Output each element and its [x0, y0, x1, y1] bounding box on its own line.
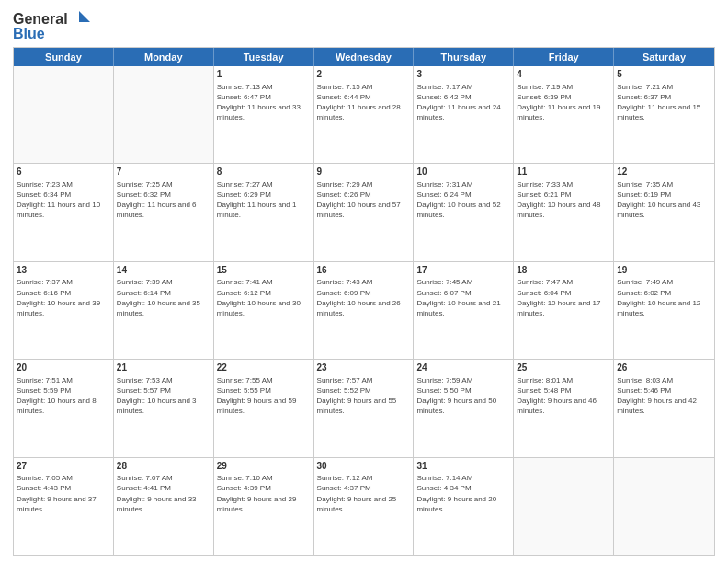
- week-row-5: 27Sunrise: 7:05 AM Sunset: 4:43 PM Dayli…: [14, 458, 714, 555]
- logo: GeneralBlue: [13, 9, 96, 41]
- day-cell: 4Sunrise: 7:19 AM Sunset: 6:39 PM Daylig…: [514, 66, 614, 163]
- day-cell: [14, 66, 114, 163]
- day-info: Sunrise: 7:23 AM Sunset: 6:34 PM Dayligh…: [17, 179, 110, 221]
- day-cell: 10Sunrise: 7:31 AM Sunset: 6:24 PM Dayli…: [414, 164, 514, 260]
- day-cell: [114, 66, 214, 163]
- day-cell: 19Sunrise: 7:49 AM Sunset: 6:02 PM Dayli…: [614, 262, 714, 359]
- day-cell: 17Sunrise: 7:45 AM Sunset: 6:07 PM Dayli…: [414, 262, 514, 359]
- day-number: 20: [17, 362, 110, 374]
- day-info: Sunrise: 7:49 AM Sunset: 6:02 PM Dayligh…: [617, 277, 711, 318]
- day-number: 22: [217, 362, 311, 374]
- day-number: 7: [117, 166, 210, 178]
- day-number: 28: [117, 460, 210, 473]
- svg-text:Blue: Blue: [13, 26, 45, 41]
- day-cell: [514, 458, 614, 555]
- day-info: Sunrise: 7:35 AM Sunset: 6:19 PM Dayligh…: [617, 179, 711, 221]
- day-info: Sunrise: 7:43 AM Sunset: 6:09 PM Dayligh…: [317, 277, 411, 318]
- calendar: SundayMondayTuesdayWednesdayThursdayFrid…: [13, 47, 715, 556]
- day-cell: 16Sunrise: 7:43 AM Sunset: 6:09 PM Dayli…: [314, 262, 415, 359]
- day-header-monday: Monday: [114, 48, 214, 66]
- day-info: Sunrise: 7:39 AM Sunset: 6:14 PM Dayligh…: [117, 277, 210, 318]
- day-cell: 23Sunrise: 7:57 AM Sunset: 5:52 PM Dayli…: [314, 360, 415, 456]
- day-info: Sunrise: 7:14 AM Sunset: 4:34 PM Dayligh…: [416, 473, 510, 514]
- day-header-wednesday: Wednesday: [314, 48, 415, 66]
- day-cell: 12Sunrise: 7:35 AM Sunset: 6:19 PM Dayli…: [614, 164, 714, 260]
- day-cell: 18Sunrise: 7:47 AM Sunset: 6:04 PM Dayli…: [514, 262, 614, 359]
- day-number: 25: [517, 362, 610, 374]
- svg-marker-2: [79, 11, 90, 22]
- week-row-3: 13Sunrise: 7:37 AM Sunset: 6:16 PM Dayli…: [14, 262, 714, 360]
- day-cell: 13Sunrise: 7:37 AM Sunset: 6:16 PM Dayli…: [14, 262, 114, 359]
- day-info: Sunrise: 7:29 AM Sunset: 6:26 PM Dayligh…: [317, 179, 411, 221]
- day-number: 19: [617, 264, 711, 277]
- day-number: 30: [317, 460, 411, 473]
- day-cell: 20Sunrise: 7:51 AM Sunset: 5:59 PM Dayli…: [14, 360, 114, 456]
- day-number: 14: [117, 264, 210, 277]
- day-info: Sunrise: 7:13 AM Sunset: 6:47 PM Dayligh…: [217, 82, 311, 123]
- day-info: Sunrise: 7:57 AM Sunset: 5:52 PM Dayligh…: [317, 375, 411, 417]
- day-number: 17: [416, 264, 510, 277]
- day-cell: 31Sunrise: 7:14 AM Sunset: 4:34 PM Dayli…: [414, 458, 514, 555]
- day-info: Sunrise: 7:37 AM Sunset: 6:16 PM Dayligh…: [17, 277, 110, 318]
- day-cell: [614, 458, 714, 555]
- day-info: Sunrise: 7:25 AM Sunset: 6:32 PM Dayligh…: [117, 179, 210, 221]
- day-cell: 29Sunrise: 7:10 AM Sunset: 4:39 PM Dayli…: [214, 458, 314, 555]
- day-number: 9: [317, 166, 411, 178]
- day-header-thursday: Thursday: [414, 48, 514, 66]
- day-info: Sunrise: 7:59 AM Sunset: 5:50 PM Dayligh…: [416, 375, 510, 417]
- day-number: 3: [416, 68, 510, 81]
- day-number: 13: [17, 264, 110, 277]
- week-row-1: 1Sunrise: 7:13 AM Sunset: 6:47 PM Daylig…: [14, 66, 714, 164]
- day-number: 15: [217, 264, 311, 277]
- day-cell: 2Sunrise: 7:15 AM Sunset: 6:44 PM Daylig…: [314, 66, 415, 163]
- page: GeneralBlue SundayMondayTuesdayWednesday…: [0, 0, 728, 563]
- day-cell: 15Sunrise: 7:41 AM Sunset: 6:12 PM Dayli…: [214, 262, 314, 359]
- day-info: Sunrise: 7:27 AM Sunset: 6:29 PM Dayligh…: [217, 179, 311, 221]
- day-info: Sunrise: 7:41 AM Sunset: 6:12 PM Dayligh…: [217, 277, 311, 318]
- day-number: 5: [617, 68, 711, 81]
- day-cell: 8Sunrise: 7:27 AM Sunset: 6:29 PM Daylig…: [214, 164, 314, 260]
- day-number: 26: [617, 362, 711, 374]
- day-number: 10: [416, 166, 510, 178]
- day-info: Sunrise: 8:03 AM Sunset: 5:46 PM Dayligh…: [617, 375, 711, 417]
- day-info: Sunrise: 7:15 AM Sunset: 6:44 PM Dayligh…: [317, 82, 411, 123]
- day-number: 27: [17, 460, 110, 473]
- day-cell: 28Sunrise: 7:07 AM Sunset: 4:41 PM Dayli…: [114, 458, 214, 555]
- day-cell: 1Sunrise: 7:13 AM Sunset: 6:47 PM Daylig…: [214, 66, 314, 163]
- day-header-friday: Friday: [514, 48, 614, 66]
- header: GeneralBlue: [13, 9, 715, 41]
- day-cell: 5Sunrise: 7:21 AM Sunset: 6:37 PM Daylig…: [614, 66, 714, 163]
- day-cell: 11Sunrise: 7:33 AM Sunset: 6:21 PM Dayli…: [514, 164, 614, 260]
- day-info: Sunrise: 7:55 AM Sunset: 5:55 PM Dayligh…: [217, 375, 311, 417]
- day-cell: 25Sunrise: 8:01 AM Sunset: 5:48 PM Dayli…: [514, 360, 614, 456]
- calendar-body: 1Sunrise: 7:13 AM Sunset: 6:47 PM Daylig…: [14, 66, 714, 555]
- day-cell: 14Sunrise: 7:39 AM Sunset: 6:14 PM Dayli…: [114, 262, 214, 359]
- day-number: 1: [217, 68, 311, 81]
- logo-svg: GeneralBlue: [13, 9, 96, 41]
- day-info: Sunrise: 7:10 AM Sunset: 4:39 PM Dayligh…: [217, 473, 311, 514]
- day-header-tuesday: Tuesday: [214, 48, 314, 66]
- day-cell: 7Sunrise: 7:25 AM Sunset: 6:32 PM Daylig…: [114, 164, 214, 260]
- week-row-4: 20Sunrise: 7:51 AM Sunset: 5:59 PM Dayli…: [14, 360, 714, 457]
- day-info: Sunrise: 7:12 AM Sunset: 4:37 PM Dayligh…: [317, 473, 411, 514]
- day-info: Sunrise: 7:07 AM Sunset: 4:41 PM Dayligh…: [117, 473, 210, 514]
- day-info: Sunrise: 7:17 AM Sunset: 6:42 PM Dayligh…: [416, 82, 510, 123]
- day-number: 4: [517, 68, 610, 81]
- day-cell: 6Sunrise: 7:23 AM Sunset: 6:34 PM Daylig…: [14, 164, 114, 260]
- day-cell: 21Sunrise: 7:53 AM Sunset: 5:57 PM Dayli…: [114, 360, 214, 456]
- day-number: 31: [416, 460, 510, 473]
- day-number: 6: [17, 166, 110, 178]
- day-cell: 22Sunrise: 7:55 AM Sunset: 5:55 PM Dayli…: [214, 360, 314, 456]
- day-info: Sunrise: 7:51 AM Sunset: 5:59 PM Dayligh…: [17, 375, 110, 417]
- day-cell: 24Sunrise: 7:59 AM Sunset: 5:50 PM Dayli…: [414, 360, 514, 456]
- day-number: 21: [117, 362, 210, 374]
- svg-text:General: General: [13, 11, 68, 27]
- day-number: 8: [217, 166, 311, 178]
- day-number: 24: [416, 362, 510, 374]
- day-info: Sunrise: 7:21 AM Sunset: 6:37 PM Dayligh…: [617, 82, 711, 123]
- day-header-saturday: Saturday: [614, 48, 714, 66]
- day-number: 12: [617, 166, 711, 178]
- day-cell: 9Sunrise: 7:29 AM Sunset: 6:26 PM Daylig…: [314, 164, 415, 260]
- day-info: Sunrise: 7:53 AM Sunset: 5:57 PM Dayligh…: [117, 375, 210, 417]
- day-info: Sunrise: 8:01 AM Sunset: 5:48 PM Dayligh…: [517, 375, 610, 417]
